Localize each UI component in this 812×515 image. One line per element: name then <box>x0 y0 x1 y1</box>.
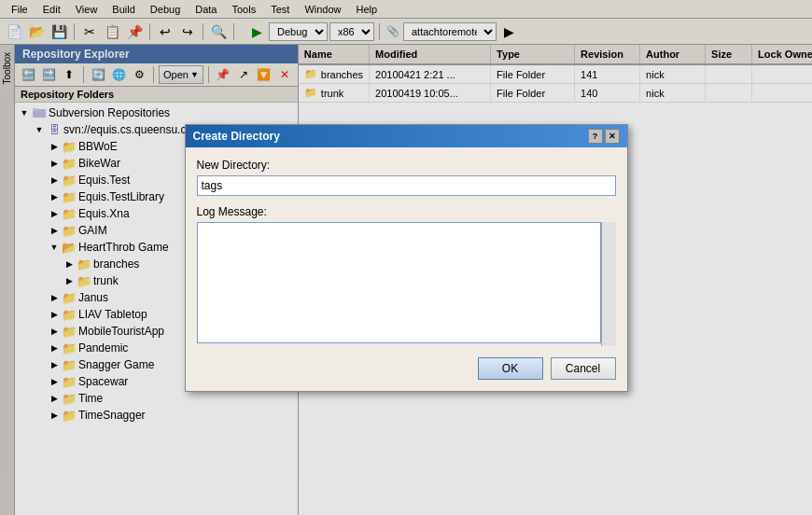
dialog-close-btn[interactable]: ✕ <box>605 129 620 144</box>
dialog-help-btn[interactable]: ? <box>588 129 603 144</box>
dialog-overlay: Create Directory ? ✕ New Directory: Log … <box>0 0 812 515</box>
dialog-title-buttons: ? ✕ <box>588 129 620 144</box>
ok-button[interactable]: OK <box>478 357 543 380</box>
dialog-content: New Directory: Log Message: OK Cancel <box>186 147 627 391</box>
new-directory-label: New Directory: <box>197 159 616 172</box>
dialog-titlebar: Create Directory ? ✕ <box>186 125 627 147</box>
log-message-textarea[interactable] <box>197 222 601 343</box>
cancel-button[interactable]: Cancel <box>551 357 616 380</box>
dialog-title: Create Directory <box>193 130 280 143</box>
new-directory-input[interactable] <box>197 175 616 196</box>
dialog-buttons: OK Cancel <box>197 357 616 380</box>
log-message-container <box>197 222 616 346</box>
create-directory-dialog: Create Directory ? ✕ New Directory: Log … <box>185 124 628 392</box>
log-message-label: Log Message: <box>197 205 616 218</box>
textarea-scrollbar[interactable] <box>601 222 616 346</box>
